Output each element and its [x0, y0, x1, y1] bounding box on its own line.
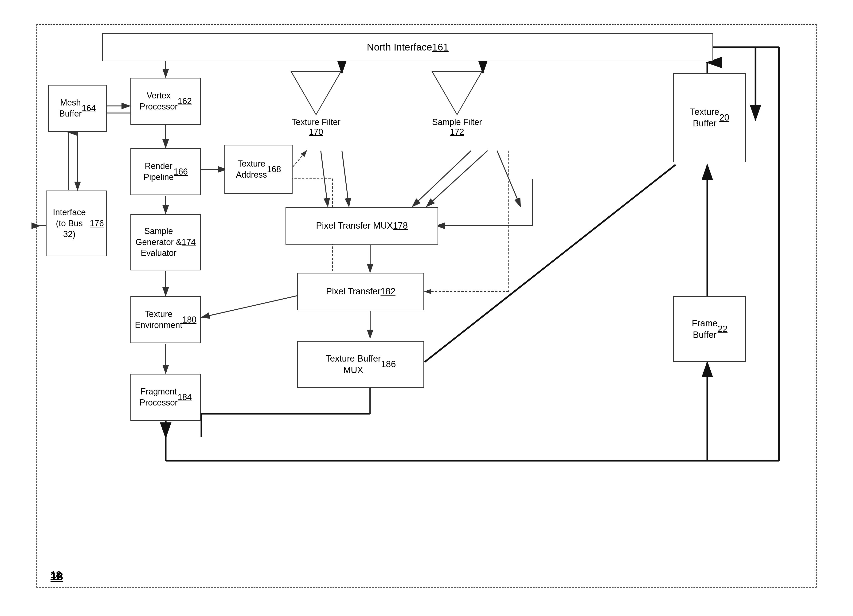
- sample-filter-block: Sample Filter172: [431, 71, 483, 137]
- texture-filter-block: Texture Filter170: [290, 71, 342, 137]
- frame-buffer-block: FrameBuffer22: [673, 296, 746, 362]
- vertex-processor-block: VertexProcessor 162: [131, 78, 201, 125]
- mesh-buffer-block: MeshBuffer164: [48, 85, 107, 132]
- interface-bus-block: Interface(to Bus 32)176: [46, 191, 107, 256]
- texture-filter-label: Texture Filter170: [291, 117, 340, 137]
- texture-buffer-block: TextureBuffer20: [673, 73, 746, 162]
- north-interface-block: North Interface 161: [102, 33, 713, 61]
- pixel-transfer-block: Pixel Transfer182: [297, 273, 424, 310]
- texture-env-block: TextureEnvironment180: [131, 296, 201, 343]
- pixel-transfer-mux-block: Pixel Transfer MUX 178: [285, 207, 438, 244]
- diagram-container: 18: [27, 14, 826, 602]
- render-pipeline-block: RenderPipeline 166: [131, 148, 201, 195]
- texture-address-block: TextureAddress168: [225, 145, 293, 194]
- fragment-proc-block: FragmentProcessor184: [131, 374, 201, 421]
- texture-buffer-mux-block: Texture BufferMUX 186: [297, 341, 424, 388]
- label-18: 18: [50, 570, 63, 583]
- sample-gen-block: SampleGenerator &Evaluator 174: [131, 214, 201, 270]
- sample-filter-label: Sample Filter172: [432, 117, 482, 137]
